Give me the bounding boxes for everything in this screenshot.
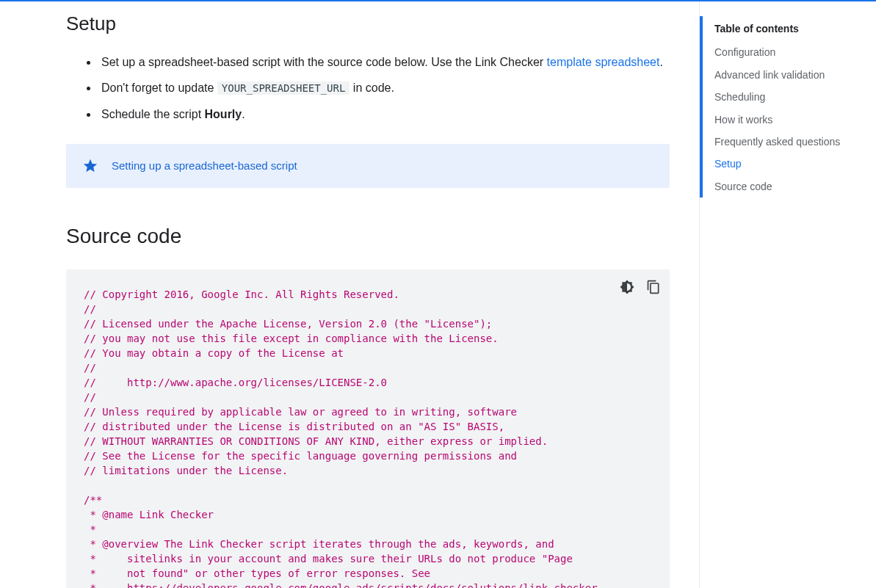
- code-toolbar: [617, 277, 659, 293]
- step-text-suffix: .: [659, 56, 662, 68]
- toc-item: Advanced link validation: [703, 64, 867, 86]
- toc-link[interactable]: Advanced link validation: [703, 64, 867, 86]
- toc-list: ConfigurationAdvanced link validationSch…: [703, 41, 867, 197]
- source-code-pre: // Copyright 2016, Google Inc. All Right…: [84, 287, 652, 588]
- toc-link[interactable]: Source code: [703, 175, 867, 197]
- toc-title: Table of contents: [703, 16, 867, 41]
- setup-heading: Setup: [66, 9, 670, 40]
- list-item: Set up a spreadsheet-based script with t…: [98, 53, 670, 72]
- brightness-icon: [620, 280, 634, 294]
- toc-link[interactable]: Frequently asked questions: [703, 131, 867, 153]
- toc-item: How it works: [703, 109, 867, 131]
- toc-item: Configuration: [703, 41, 867, 63]
- toc-item: Frequently asked questions: [703, 131, 867, 153]
- copy-code-button[interactable]: [643, 277, 659, 293]
- callout-link[interactable]: Setting up a spreadsheet-based script: [112, 157, 297, 175]
- toc-link[interactable]: Setup: [703, 153, 867, 175]
- toggle-theme-button[interactable]: [617, 277, 633, 293]
- source-code-heading: Source code: [66, 220, 670, 253]
- info-callout: Setting up a spreadsheet-based script: [66, 144, 670, 188]
- toc-link[interactable]: Scheduling: [703, 86, 867, 108]
- copy-icon: [646, 280, 661, 294]
- toc-link[interactable]: How it works: [703, 109, 867, 131]
- toc-link[interactable]: Configuration: [703, 41, 867, 63]
- list-item: Don't forget to update YOUR_SPREADSHEET_…: [98, 79, 670, 98]
- page-container: Setup Set up a spreadsheet-based script …: [0, 1, 876, 588]
- step-text-suffix: in code.: [350, 81, 394, 94]
- toc-item: Scheduling: [703, 86, 867, 108]
- setup-steps-list: Set up a spreadsheet-based script with t…: [66, 53, 670, 124]
- code-block: // Copyright 2016, Google Inc. All Right…: [66, 269, 670, 588]
- step-text: Set up a spreadsheet-based script with t…: [101, 56, 547, 68]
- spreadsheet-url-placeholder: YOUR_SPREADSHEET_URL: [217, 81, 350, 95]
- step-text: Don't forget to update: [101, 81, 217, 94]
- toc-item: Setup: [703, 153, 867, 175]
- main-content: Setup Set up a spreadsheet-based script …: [37, 1, 700, 588]
- code-comment-block: // Copyright 2016, Google Inc. All Right…: [84, 288, 598, 588]
- list-item: Schedule the script Hourly.: [98, 105, 670, 124]
- table-of-contents: Table of contents ConfigurationAdvanced …: [700, 1, 876, 588]
- step-text: Schedule the script: [101, 108, 205, 120]
- template-spreadsheet-link[interactable]: template spreadsheet: [547, 56, 660, 68]
- star-icon: [82, 158, 98, 174]
- step-text-suffix: .: [242, 108, 245, 120]
- toc-item: Source code: [703, 175, 867, 197]
- hourly-emphasis: Hourly: [205, 108, 242, 120]
